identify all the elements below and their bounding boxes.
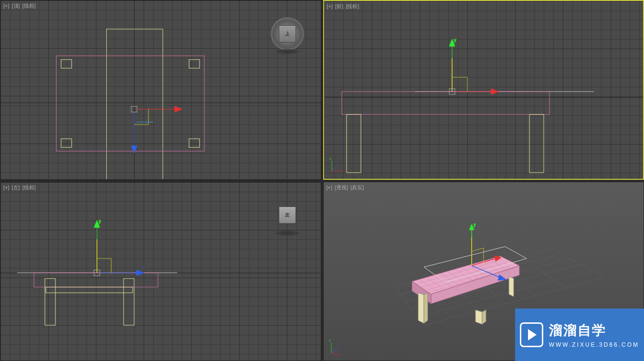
viewcube-face-top[interactable]: 上 bbox=[279, 25, 296, 42]
viewport-label[interactable]: [+] [左] [线框] bbox=[3, 184, 37, 191]
move-gizmo[interactable]: y z bbox=[94, 219, 145, 276]
vp-menu-view[interactable]: [左] bbox=[12, 185, 20, 190]
viewport-label[interactable]: [+] [前] [线框] bbox=[327, 3, 360, 10]
vp-menu-mode[interactable]: [线框] bbox=[22, 185, 36, 190]
vp-menu-mode[interactable]: [线框] bbox=[346, 3, 359, 9]
svg-line-76 bbox=[331, 353, 341, 356]
viewcube-shadow bbox=[275, 230, 299, 236]
object-leg-left[interactable] bbox=[347, 114, 361, 173]
viewport-label[interactable]: [+] [透视] [真实] bbox=[327, 184, 365, 191]
svg-marker-63 bbox=[482, 310, 486, 324]
viewcube[interactable]: 左 bbox=[271, 199, 304, 232]
svg-text:z: z bbox=[329, 338, 331, 342]
object-bed-top[interactable] bbox=[56, 56, 204, 151]
viewport-quad-layout: [+] [顶] [线框] 上 bbox=[0, 0, 644, 361]
object-leg-4[interactable] bbox=[189, 139, 200, 147]
object-leg-2[interactable] bbox=[189, 60, 200, 68]
vp-menu-view[interactable]: [顶] bbox=[12, 3, 20, 9]
watermark-title: 溜溜自学 bbox=[549, 321, 639, 340]
gizmo-label-y: y bbox=[454, 38, 456, 42]
object-bed-top[interactable] bbox=[34, 273, 158, 287]
move-gizmo[interactable]: y bbox=[449, 38, 498, 94]
watermark-play-icon bbox=[520, 322, 543, 347]
object-leg-right[interactable] bbox=[529, 114, 544, 173]
vp-menu-plus[interactable]: [+] bbox=[327, 185, 333, 190]
svg-marker-62 bbox=[475, 310, 482, 324]
svg-line-77 bbox=[331, 348, 339, 353]
world-axis-indicator: z bbox=[328, 156, 347, 175]
vp-menu-plus[interactable]: [+] bbox=[327, 3, 333, 9]
vp-menu-mode[interactable]: [线框] bbox=[22, 3, 36, 9]
viewcube[interactable]: 上 bbox=[271, 17, 304, 51]
object-base[interactable] bbox=[106, 29, 163, 180]
viewcube-shadow bbox=[275, 49, 299, 54]
watermark-url: WWW.ZIXUE.3D66.COM bbox=[549, 341, 639, 348]
svg-text:z: z bbox=[329, 156, 331, 161]
object-bed-top[interactable] bbox=[342, 92, 549, 114]
object-leg-1[interactable] bbox=[61, 60, 72, 68]
object-base[interactable] bbox=[46, 287, 133, 293]
svg-marker-12 bbox=[491, 89, 498, 94]
vp-menu-plus[interactable]: [+] bbox=[3, 3, 10, 9]
viewcube-face-left[interactable]: 左 bbox=[279, 206, 296, 224]
viewport-label[interactable]: [+] [顶] [线框] bbox=[3, 2, 37, 10]
svg-line-40 bbox=[553, 249, 605, 278]
gizmo-label-z: z bbox=[143, 265, 145, 270]
vp-menu-mode[interactable]: [真实] bbox=[350, 185, 364, 190]
vp-menu-view[interactable]: [透视] bbox=[335, 185, 348, 190]
object-leg-b[interactable] bbox=[124, 278, 134, 325]
svg-marker-60 bbox=[418, 293, 424, 323]
scene-front[interactable]: y bbox=[324, 1, 644, 179]
svg-marker-24 bbox=[137, 270, 144, 276]
watermark: 溜溜自学 WWW.ZIXUE.3D66.COM bbox=[515, 309, 644, 361]
vp-menu-view[interactable]: [前] bbox=[335, 3, 343, 9]
viewport-front[interactable]: [+] [前] [线框] y bbox=[323, 0, 644, 180]
gizmo-label-y: y bbox=[99, 219, 101, 224]
svg-rect-0 bbox=[131, 106, 137, 112]
viewport-top[interactable]: [+] [顶] [线框] 上 bbox=[0, 0, 321, 180]
svg-marker-64 bbox=[509, 277, 514, 297]
svg-marker-4 bbox=[131, 146, 137, 153]
vp-menu-plus[interactable]: [+] bbox=[3, 185, 10, 190]
viewcube-ring[interactable]: 上 bbox=[271, 17, 304, 51]
gizmo-label-y: y bbox=[474, 222, 476, 227]
object-leg-3[interactable] bbox=[61, 139, 72, 147]
svg-marker-61 bbox=[424, 293, 428, 323]
svg-line-39 bbox=[522, 258, 567, 289]
viewport-left[interactable]: [+] [左] [线框] 左 y z bbox=[0, 182, 321, 361]
svg-line-71 bbox=[472, 248, 484, 251]
object-leg-a[interactable] bbox=[45, 278, 55, 325]
svg-marker-2 bbox=[175, 106, 182, 112]
move-gizmo[interactable] bbox=[131, 106, 182, 153]
svg-line-19 bbox=[332, 165, 338, 171]
world-axis-indicator: z bbox=[327, 338, 347, 357]
